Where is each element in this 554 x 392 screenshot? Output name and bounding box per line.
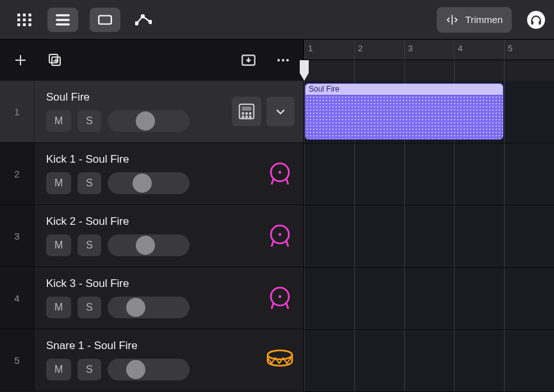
svg-point-21 <box>277 59 280 61</box>
svg-rect-7 <box>23 23 26 26</box>
volume-slider[interactable] <box>108 234 190 256</box>
mute-button[interactable]: M <box>46 172 71 194</box>
volume-knob[interactable] <box>136 111 155 131</box>
import-button[interactable] <box>237 49 260 72</box>
svg-point-14 <box>142 15 144 17</box>
snare-icon <box>265 345 295 375</box>
playhead[interactable] <box>300 60 309 83</box>
sub-header: 12345 <box>0 40 554 81</box>
kick-icon <box>265 221 295 250</box>
headphones-button[interactable] <box>527 11 545 29</box>
import-icon <box>240 52 257 69</box>
svg-rect-10 <box>56 19 70 20</box>
volume-slider[interactable] <box>108 110 190 132</box>
svg-rect-12 <box>99 15 111 24</box>
solo-button[interactable]: S <box>77 110 101 132</box>
svg-rect-16 <box>532 20 534 24</box>
timeline-ruler[interactable]: 12345 <box>304 40 554 81</box>
track-row[interactable]: 2Kick 1 - Soul FireMS <box>0 143 304 205</box>
clip-tool-button[interactable] <box>90 8 120 32</box>
volume-knob[interactable] <box>133 174 152 193</box>
add-track-button[interactable] <box>9 49 32 72</box>
solo-button[interactable]: S <box>77 172 101 194</box>
track-number: 1 <box>0 81 35 142</box>
expand-button[interactable] <box>266 97 295 126</box>
svg-rect-8 <box>29 23 31 26</box>
solo-button[interactable]: S <box>77 297 101 318</box>
automation-tool-button[interactable] <box>128 8 159 32</box>
chevron-down-icon <box>274 105 287 118</box>
volume-knob[interactable] <box>136 236 155 255</box>
svg-rect-32 <box>249 116 252 118</box>
volume-slider[interactable] <box>108 172 190 194</box>
more-icon <box>275 53 291 68</box>
mute-button[interactable]: M <box>46 110 71 132</box>
track-list: 1Soul FireMS2Kick 1 - Soul FireMS3Kick 2… <box>0 81 304 392</box>
arrangement-area[interactable]: Soul Fire <box>304 81 554 392</box>
svg-rect-3 <box>17 18 20 20</box>
more-button[interactable] <box>272 49 295 72</box>
duplicate-icon <box>47 53 63 68</box>
grid-icon <box>16 12 33 28</box>
region-clip[interactable]: Soul Fire <box>305 83 503 140</box>
svg-rect-17 <box>539 20 541 24</box>
duplicate-track-button[interactable] <box>44 49 67 72</box>
mute-button[interactable]: M <box>46 297 71 318</box>
tool-group <box>90 8 159 32</box>
ruler-number: 5 <box>508 44 512 53</box>
svg-rect-31 <box>245 116 248 118</box>
volume-knob[interactable] <box>126 298 145 317</box>
track-name: Soul Fire <box>46 91 229 104</box>
ruler-number: 2 <box>358 44 363 53</box>
region-content <box>306 95 503 139</box>
track-number: 2 <box>0 143 35 204</box>
automation-icon <box>135 12 152 28</box>
ruler-number: 1 <box>308 44 313 53</box>
svg-point-22 <box>282 59 284 61</box>
svg-rect-9 <box>56 14 70 16</box>
track-row[interactable]: 4Kick 3 - Soul FireMS <box>0 267 304 329</box>
mute-button[interactable]: M <box>46 234 71 256</box>
volume-knob[interactable] <box>126 360 145 379</box>
svg-point-38 <box>279 295 281 298</box>
svg-rect-11 <box>56 23 70 25</box>
volume-slider[interactable] <box>108 359 190 380</box>
view-mode-group <box>9 8 78 32</box>
sampler-icon <box>232 97 261 126</box>
track-number: 3 <box>0 205 35 266</box>
track-name: Kick 3 - Soul Fire <box>46 277 263 290</box>
solo-button[interactable]: S <box>77 359 101 380</box>
track-name: Kick 2 - Soul Fire <box>46 215 263 228</box>
svg-point-23 <box>286 59 289 61</box>
svg-rect-6 <box>17 23 20 26</box>
list-icon <box>54 12 71 28</box>
add-icon <box>13 53 28 68</box>
solo-button[interactable]: S <box>77 234 101 256</box>
list-view-button[interactable] <box>47 8 78 32</box>
ruler-number: 3 <box>408 44 412 53</box>
mute-button[interactable]: M <box>46 359 71 380</box>
track-row[interactable]: 5Snare 1 - Soul FireMS <box>0 329 304 391</box>
grid-view-button[interactable] <box>9 8 40 32</box>
track-header-toolbar <box>0 40 304 81</box>
svg-point-13 <box>135 22 138 24</box>
svg-rect-28 <box>245 112 248 115</box>
svg-point-34 <box>279 171 281 174</box>
kick-icon <box>265 283 295 313</box>
main-area: 1Soul FireMS2Kick 1 - Soul FireMS3Kick 2… <box>0 81 554 392</box>
svg-rect-0 <box>17 13 20 16</box>
svg-rect-2 <box>29 13 31 16</box>
svg-rect-30 <box>242 116 245 118</box>
svg-rect-26 <box>242 107 252 111</box>
track-row[interactable]: 3Kick 2 - Soul FireMS <box>0 205 304 267</box>
top-toolbar: Trimmen <box>0 0 554 40</box>
kick-icon <box>265 159 295 188</box>
svg-rect-29 <box>249 112 252 115</box>
volume-slider[interactable] <box>108 297 190 318</box>
svg-rect-27 <box>242 112 245 115</box>
track-row[interactable]: 1Soul FireMS <box>0 81 304 143</box>
svg-rect-5 <box>29 18 31 20</box>
trim-button[interactable]: Trimmen <box>437 7 512 33</box>
headphones-icon <box>530 13 542 26</box>
ruler-number: 4 <box>458 44 462 53</box>
